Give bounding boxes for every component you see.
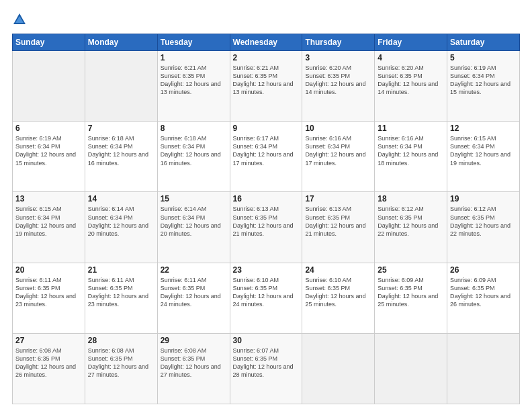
page: SundayMondayTuesdayWednesdayThursdayFrid… bbox=[0, 0, 532, 411]
day-number: 23 bbox=[233, 265, 300, 275]
day-info: Sunrise: 6:10 AM Sunset: 6:35 PM Dayligh… bbox=[305, 276, 371, 309]
calendar-cell: 25Sunrise: 6:09 AM Sunset: 6:35 PM Dayli… bbox=[375, 263, 447, 333]
day-info: Sunrise: 6:08 AM Sunset: 6:35 PM Dayligh… bbox=[161, 347, 227, 379]
day-info: Sunrise: 6:20 AM Sunset: 6:35 PM Dayligh… bbox=[305, 64, 371, 97]
day-number: 17 bbox=[305, 194, 371, 203]
day-number: 16 bbox=[233, 194, 300, 203]
calendar-cell: 3Sunrise: 6:20 AM Sunset: 6:35 PM Daylig… bbox=[302, 51, 375, 122]
day-info: Sunrise: 6:11 AM Sunset: 6:35 PM Dayligh… bbox=[88, 276, 154, 309]
day-number: 10 bbox=[305, 124, 371, 133]
calendar-cell: 18Sunrise: 6:12 AM Sunset: 6:35 PM Dayli… bbox=[375, 192, 447, 263]
header bbox=[12, 12, 520, 27]
day-number: 25 bbox=[378, 265, 444, 275]
day-info: Sunrise: 6:14 AM Sunset: 6:34 PM Dayligh… bbox=[88, 205, 154, 238]
calendar-cell: 22Sunrise: 6:11 AM Sunset: 6:35 PM Dayli… bbox=[157, 263, 230, 333]
day-number: 2 bbox=[233, 53, 300, 62]
calendar-cell: 20Sunrise: 6:11 AM Sunset: 6:35 PM Dayli… bbox=[13, 263, 85, 333]
day-number: 21 bbox=[88, 265, 154, 275]
day-number: 12 bbox=[450, 124, 517, 133]
calendar-cell: 7Sunrise: 6:18 AM Sunset: 6:34 PM Daylig… bbox=[85, 122, 157, 192]
logo-icon bbox=[12, 12, 27, 27]
calendar-table: SundayMondayTuesdayWednesdayThursdayFrid… bbox=[12, 34, 520, 404]
calendar-cell: 16Sunrise: 6:13 AM Sunset: 6:35 PM Dayli… bbox=[230, 192, 302, 263]
day-number: 14 bbox=[88, 194, 154, 203]
calendar-cell: 8Sunrise: 6:18 AM Sunset: 6:34 PM Daylig… bbox=[157, 122, 230, 192]
day-info: Sunrise: 6:13 AM Sunset: 6:35 PM Dayligh… bbox=[305, 205, 371, 238]
calendar-body: 1Sunrise: 6:21 AM Sunset: 6:35 PM Daylig… bbox=[13, 51, 520, 404]
day-info: Sunrise: 6:13 AM Sunset: 6:35 PM Dayligh… bbox=[233, 205, 300, 238]
day-of-week-header: Tuesday bbox=[157, 34, 230, 51]
day-number: 22 bbox=[161, 265, 227, 275]
day-info: Sunrise: 6:18 AM Sunset: 6:34 PM Dayligh… bbox=[161, 134, 227, 167]
day-info: Sunrise: 6:08 AM Sunset: 6:35 PM Dayligh… bbox=[88, 347, 154, 379]
calendar-cell: 10Sunrise: 6:16 AM Sunset: 6:34 PM Dayli… bbox=[302, 122, 375, 192]
calendar-week-row: 6Sunrise: 6:19 AM Sunset: 6:34 PM Daylig… bbox=[13, 122, 520, 192]
day-of-week-header: Saturday bbox=[447, 34, 520, 51]
calendar-cell bbox=[375, 333, 447, 404]
day-info: Sunrise: 6:21 AM Sunset: 6:35 PM Dayligh… bbox=[161, 64, 227, 97]
calendar-cell: 15Sunrise: 6:14 AM Sunset: 6:34 PM Dayli… bbox=[157, 192, 230, 263]
calendar-week-row: 13Sunrise: 6:15 AM Sunset: 6:34 PM Dayli… bbox=[13, 192, 520, 263]
day-info: Sunrise: 6:15 AM Sunset: 6:34 PM Dayligh… bbox=[450, 134, 517, 167]
day-number: 13 bbox=[15, 194, 82, 203]
day-info: Sunrise: 6:08 AM Sunset: 6:35 PM Dayligh… bbox=[15, 347, 82, 379]
day-number: 11 bbox=[378, 124, 444, 133]
day-info: Sunrise: 6:18 AM Sunset: 6:34 PM Dayligh… bbox=[88, 134, 154, 167]
calendar-cell: 11Sunrise: 6:16 AM Sunset: 6:34 PM Dayli… bbox=[375, 122, 447, 192]
day-of-week-header: Sunday bbox=[13, 34, 85, 51]
day-number: 30 bbox=[233, 336, 300, 345]
day-info: Sunrise: 6:19 AM Sunset: 6:34 PM Dayligh… bbox=[15, 134, 82, 167]
day-info: Sunrise: 6:12 AM Sunset: 6:35 PM Dayligh… bbox=[450, 205, 517, 238]
day-number: 19 bbox=[450, 194, 517, 203]
day-number: 4 bbox=[378, 53, 444, 62]
day-number: 26 bbox=[450, 265, 517, 275]
day-info: Sunrise: 6:20 AM Sunset: 6:35 PM Dayligh… bbox=[378, 64, 444, 97]
calendar-cell bbox=[13, 51, 85, 122]
calendar-cell: 30Sunrise: 6:07 AM Sunset: 6:35 PM Dayli… bbox=[230, 333, 302, 404]
calendar-cell: 9Sunrise: 6:17 AM Sunset: 6:34 PM Daylig… bbox=[230, 122, 302, 192]
calendar-cell: 12Sunrise: 6:15 AM Sunset: 6:34 PM Dayli… bbox=[447, 122, 520, 192]
day-info: Sunrise: 6:07 AM Sunset: 6:35 PM Dayligh… bbox=[233, 347, 300, 379]
calendar-cell bbox=[302, 333, 375, 404]
day-of-week-header: Thursday bbox=[302, 34, 375, 51]
day-info: Sunrise: 6:09 AM Sunset: 6:35 PM Dayligh… bbox=[450, 276, 517, 309]
day-number: 5 bbox=[450, 53, 517, 62]
day-info: Sunrise: 6:11 AM Sunset: 6:35 PM Dayligh… bbox=[15, 276, 82, 309]
day-info: Sunrise: 6:21 AM Sunset: 6:35 PM Dayligh… bbox=[233, 64, 300, 97]
calendar-cell: 13Sunrise: 6:15 AM Sunset: 6:34 PM Dayli… bbox=[13, 192, 85, 263]
logo bbox=[12, 12, 28, 27]
calendar-cell: 29Sunrise: 6:08 AM Sunset: 6:35 PM Dayli… bbox=[157, 333, 230, 404]
calendar-cell: 21Sunrise: 6:11 AM Sunset: 6:35 PM Dayli… bbox=[85, 263, 157, 333]
day-info: Sunrise: 6:11 AM Sunset: 6:35 PM Dayligh… bbox=[161, 276, 227, 309]
day-of-week-header: Wednesday bbox=[230, 34, 302, 51]
calendar-cell: 6Sunrise: 6:19 AM Sunset: 6:34 PM Daylig… bbox=[13, 122, 85, 192]
calendar-cell: 26Sunrise: 6:09 AM Sunset: 6:35 PM Dayli… bbox=[447, 263, 520, 333]
calendar-week-row: 1Sunrise: 6:21 AM Sunset: 6:35 PM Daylig… bbox=[13, 51, 520, 122]
day-number: 20 bbox=[15, 265, 82, 275]
calendar-cell bbox=[447, 333, 520, 404]
day-info: Sunrise: 6:17 AM Sunset: 6:34 PM Dayligh… bbox=[233, 134, 300, 167]
calendar-cell: 28Sunrise: 6:08 AM Sunset: 6:35 PM Dayli… bbox=[85, 333, 157, 404]
calendar-cell: 23Sunrise: 6:10 AM Sunset: 6:35 PM Dayli… bbox=[230, 263, 302, 333]
calendar-cell: 4Sunrise: 6:20 AM Sunset: 6:35 PM Daylig… bbox=[375, 51, 447, 122]
calendar-cell: 17Sunrise: 6:13 AM Sunset: 6:35 PM Dayli… bbox=[302, 192, 375, 263]
day-info: Sunrise: 6:12 AM Sunset: 6:35 PM Dayligh… bbox=[378, 205, 444, 238]
day-number: 29 bbox=[161, 336, 227, 345]
calendar-cell: 5Sunrise: 6:19 AM Sunset: 6:34 PM Daylig… bbox=[447, 51, 520, 122]
day-number: 18 bbox=[378, 194, 444, 203]
calendar-cell: 1Sunrise: 6:21 AM Sunset: 6:35 PM Daylig… bbox=[157, 51, 230, 122]
day-info: Sunrise: 6:15 AM Sunset: 6:34 PM Dayligh… bbox=[15, 205, 82, 238]
day-number: 9 bbox=[233, 124, 300, 133]
day-number: 27 bbox=[15, 336, 82, 345]
day-number: 8 bbox=[161, 124, 227, 133]
calendar-cell: 24Sunrise: 6:10 AM Sunset: 6:35 PM Dayli… bbox=[302, 263, 375, 333]
day-of-week-header: Monday bbox=[85, 34, 157, 51]
calendar-week-row: 20Sunrise: 6:11 AM Sunset: 6:35 PM Dayli… bbox=[13, 263, 520, 333]
day-info: Sunrise: 6:09 AM Sunset: 6:35 PM Dayligh… bbox=[378, 276, 444, 309]
day-info: Sunrise: 6:16 AM Sunset: 6:34 PM Dayligh… bbox=[378, 134, 444, 167]
day-number: 6 bbox=[15, 124, 82, 133]
calendar-cell: 19Sunrise: 6:12 AM Sunset: 6:35 PM Dayli… bbox=[447, 192, 520, 263]
day-number: 15 bbox=[161, 194, 227, 203]
calendar-cell bbox=[85, 51, 157, 122]
day-number: 1 bbox=[161, 53, 227, 62]
